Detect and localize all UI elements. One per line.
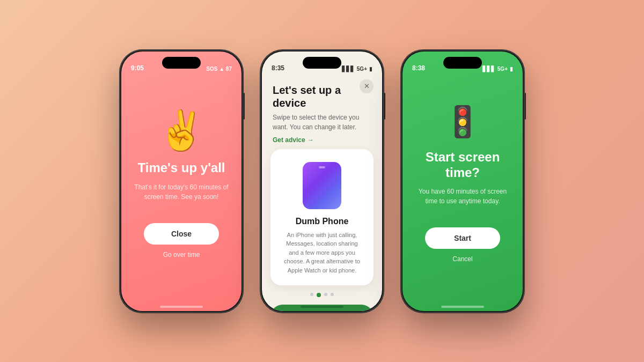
dumb-phone-card: Dumb Phone An iPhone with just calling, … (270, 149, 374, 286)
get-advice-link[interactable]: Get advice → (273, 136, 371, 144)
close-button[interactable]: Close (144, 223, 219, 245)
time-3: 8:38 (412, 64, 425, 72)
card-description: An iPhone with just calling, Messages, l… (281, 231, 363, 275)
phone-2-content: ✕ Let's set up a device Swipe to select … (262, 51, 382, 311)
setup-subtitle: Swipe to select the device you want. You… (273, 113, 371, 132)
phone-2-wrapper: 8:35 ▋▋▋ 5G+ ▮ ✕ Let's set up a device S… (260, 50, 384, 313)
status-right-1: SOS ▲ 87 (206, 66, 232, 72)
phone-1-screen: 9:05 SOS ▲ 87 ✌️ Time's up y'all That's … (121, 51, 241, 311)
advice-text: Get advice (273, 136, 305, 144)
dynamic-island-3 (443, 57, 482, 69)
start-button[interactable]: Start (425, 227, 500, 249)
carousel-dots (310, 293, 334, 297)
advice-arrow: → (308, 136, 314, 144)
phone-3-screen: 8:38 ▋▋▋ 5G+ ▮ 🚦 Start screen time? You … (402, 51, 523, 311)
indicators-2: ▋▋▋ 5G+ ▮ (342, 66, 372, 72)
dot-1[interactable] (310, 293, 313, 296)
dynamic-island-1 (162, 57, 201, 69)
home-indicator-3 (441, 306, 484, 308)
phone-3-wrapper: 8:38 ▋▋▋ 5G+ ▮ 🚦 Start screen time? You … (401, 50, 524, 313)
phone-3-content: 🚦 Start screen time? You have 60 minutes… (402, 51, 523, 311)
phone-1-wrapper: 9:05 SOS ▲ 87 ✌️ Time's up y'all That's … (120, 50, 243, 313)
phone-1-content: ✌️ Time's up y'all That's it for today's… (121, 51, 241, 311)
times-up-title: Time's up y'all (137, 160, 225, 176)
close-x-button[interactable]: ✕ (360, 79, 374, 93)
indicators-3: ▋▋▋ 5G+ ▮ (482, 66, 513, 72)
dot-3[interactable] (324, 293, 327, 296)
go-over-time-button[interactable]: Go over time (163, 251, 200, 258)
status-right-2: 5G+ (357, 66, 367, 72)
card-title: Dumb Phone (281, 217, 363, 226)
peace-emoji: ✌️ (157, 111, 206, 150)
times-up-subtitle: That's it for today's 60 minutes of scre… (134, 182, 229, 202)
dot-2[interactable] (317, 293, 321, 297)
phone-2-screen: 8:35 ▋▋▋ 5G+ ▮ ✕ Let's set up a device S… (262, 51, 382, 311)
device-card-area: Dumb Phone An iPhone with just calling, … (262, 149, 382, 305)
phone-1: 9:05 SOS ▲ 87 ✌️ Time's up y'all That's … (120, 50, 243, 313)
setup-title: Let's set up a device (273, 84, 371, 109)
battery-icon-3: ▮ (510, 66, 513, 72)
status-right-3: 5G+ (497, 66, 508, 72)
battery-icon-2: ▮ (369, 66, 372, 72)
dot-4[interactable] (331, 293, 334, 296)
screen-time-subtitle: You have 60 minutes of screen time to us… (415, 187, 510, 206)
phone-2: 8:35 ▋▋▋ 5G+ ▮ ✕ Let's set up a device S… (260, 50, 384, 313)
traffic-light-emoji: 🚦 (444, 107, 481, 137)
time-2: 8:35 (272, 64, 284, 72)
signal-icon: ▋▋▋ (342, 66, 355, 72)
signal-icon-3: ▋▋▋ (482, 66, 495, 72)
phone-3: 8:38 ▋▋▋ 5G+ ▮ 🚦 Start screen time? You … (401, 50, 524, 313)
dynamic-island-2 (303, 57, 341, 69)
time-1: 9:05 (131, 64, 144, 72)
cancel-button[interactable]: Cancel (452, 255, 472, 263)
screen-time-title: Start screen time? (415, 150, 510, 181)
home-indicator-1 (160, 306, 203, 308)
home-indicator-2 (301, 306, 343, 308)
indicators-1: SOS ▲ 87 (206, 66, 232, 72)
dumb-phone-icon (303, 162, 341, 209)
